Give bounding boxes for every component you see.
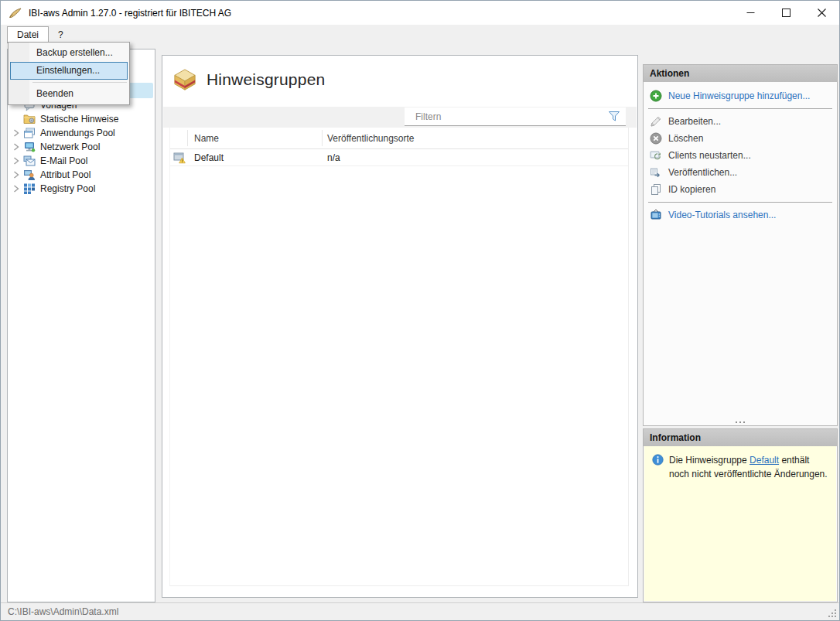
window-title: IBI-aws Admin 1.27.0 - registriert für I… [29, 8, 231, 19]
main-panel: Hinweisgruppen Name Veröffentlichungsort… [162, 55, 638, 598]
hinweisgruppen-cube-icon [173, 68, 196, 91]
file-menu-popup: Backup erstellen... Einstellungen... Bee… [8, 42, 130, 105]
information-panel: Information Die Hinweisgruppe Default en… [643, 428, 838, 602]
sidebar-item-label: Registry Pool [40, 183, 95, 194]
separator [648, 202, 832, 203]
chevron-right-icon[interactable] [10, 142, 22, 152]
window-controls [732, 1, 839, 25]
app-icon [8, 7, 23, 19]
chevron-right-icon[interactable] [10, 183, 22, 194]
video-tutorials-icon [650, 209, 662, 221]
sidebar-item-anwendungs-pool[interactable]: Anwendungs Pool [9, 126, 153, 140]
copy-id-icon [650, 183, 662, 196]
email-pool-icon [23, 155, 36, 167]
menu-item-einstellungen[interactable]: Einstellungen... [10, 62, 128, 80]
action-label: ID kopieren [668, 184, 715, 195]
minimize-button[interactable] [732, 1, 768, 25]
edit-pencil-icon [650, 115, 662, 128]
sidebar-item-label: Netzwerk Pool [40, 142, 100, 152]
action-label: Bearbeiten... [668, 116, 721, 127]
info-icon [652, 454, 664, 466]
add-icon [650, 90, 662, 102]
chevron-right-icon[interactable] [10, 155, 22, 166]
sidebar-item-statische-hinweise[interactable]: Statische Hinweise [9, 112, 153, 126]
maximize-icon [782, 9, 790, 17]
filter-input[interactable] [405, 111, 608, 122]
column-header-veroeffentlichungsorte[interactable]: Veröffentlichungsorte [327, 133, 415, 144]
action-neue-hinweisgruppe[interactable]: Neue Hinweisgruppe hinzufügen... [644, 87, 837, 104]
action-id-kopieren[interactable]: ID kopieren [644, 181, 837, 198]
actions-panel-header: Aktionen [644, 65, 837, 82]
default-group-link[interactable]: Default [750, 455, 779, 466]
sidebar-item-label: Attribut Pool [40, 169, 90, 180]
action-label: Neue Hinweisgruppe hinzufügen... [668, 90, 810, 101]
sidebar-item-registry-pool[interactable]: Registry Pool [9, 182, 153, 196]
table-row-default[interactable]: Default n/a [170, 149, 628, 166]
column-divider [322, 130, 323, 146]
action-video-tutorials[interactable]: Video-Tutorials ansehen... [644, 206, 837, 223]
attribute-pool-icon [23, 169, 36, 181]
actions-panel: Aktionen Neue Hinweisgruppe hinzufügen..… [643, 64, 838, 426]
menu-item-backup-erstellen[interactable]: Backup erstellen... [9, 44, 129, 62]
action-label: Clients neustarten... [668, 150, 751, 161]
action-bearbeiten[interactable]: Bearbeiten... [644, 113, 837, 130]
restart-clients-icon [650, 149, 662, 162]
unpublished-warning-icon [173, 152, 186, 164]
sidebar-tree: Hinweisgruppen Vorlagen Statische Hinwei… [7, 49, 155, 602]
table-header: Name Veröffentlichungsorte [170, 128, 628, 149]
chevron-right-icon[interactable] [10, 169, 22, 180]
action-clients-neustarten[interactable]: Clients neustarten... [644, 147, 837, 164]
delete-icon [650, 132, 662, 145]
menu-help[interactable]: ? [50, 27, 71, 43]
sidebar-item-label: E-Mail Pool [40, 155, 87, 166]
application-pool-icon [23, 127, 36, 139]
close-icon [818, 9, 826, 17]
cell-veroeffentlichungsorte: n/a [327, 152, 340, 163]
filter-bar [163, 107, 637, 128]
menu-item-beenden[interactable]: Beenden [9, 85, 129, 103]
minimize-icon [746, 9, 755, 17]
action-label: Veröffentlichen... [668, 167, 737, 178]
action-veroeffentlichen[interactable]: Veröffentlichen... [644, 164, 837, 181]
cell-name: Default [194, 152, 224, 163]
sidebar-item-label: Statische Hinweise [40, 114, 118, 125]
registry-pool-icon [23, 183, 36, 195]
column-header-name[interactable]: Name [194, 133, 219, 144]
resize-grip-icon[interactable] [828, 609, 837, 618]
statusbar-path: C:\IBI-aws\Admin\Data.xml [8, 606, 118, 617]
sidebar-item-attribut-pool[interactable]: Attribut Pool [9, 168, 153, 182]
actions-list: Neue Hinweisgruppe hinzufügen... Bearbei… [644, 82, 837, 223]
sidebar-item-email-pool[interactable]: E-Mail Pool [9, 154, 153, 168]
statusbar: C:\IBI-aws\Admin\Data.xml [1, 602, 839, 620]
filter-funnel-icon[interactable] [608, 111, 620, 122]
maximize-button[interactable] [768, 1, 804, 25]
static-notices-folder-icon [23, 113, 36, 125]
action-loeschen[interactable]: Löschen [644, 130, 837, 147]
sidebar-item-netzwerk-pool[interactable]: Netzwerk Pool [9, 140, 153, 154]
network-pool-icon [23, 141, 36, 153]
info-text-before: Die Hinweisgruppe [669, 455, 750, 466]
hinweisgruppen-table: Name Veröffentlichungsorte Default n/a [169, 128, 629, 586]
menu-separator [32, 82, 127, 83]
menu-datei[interactable]: Datei [7, 26, 49, 43]
app-window: IBI-aws Admin 1.27.0 - registriert für I… [0, 0, 840, 621]
spacer [10, 114, 22, 125]
sidebar-item-label: Anwendungs Pool [40, 128, 115, 138]
publish-icon [650, 166, 662, 179]
action-label: Löschen [668, 133, 703, 144]
separator [648, 108, 832, 109]
main-header: Hinweisgruppen [162, 56, 637, 91]
information-panel-header: Information [644, 429, 837, 446]
chevron-right-icon[interactable] [10, 128, 22, 138]
close-button[interactable] [804, 1, 839, 25]
page-title: Hinweisgruppen [207, 70, 325, 89]
information-body: Die Hinweisgruppe Default enthält noch n… [644, 446, 836, 601]
column-divider [187, 130, 188, 146]
action-label: Video-Tutorials ansehen... [668, 210, 776, 220]
info-text: Die Hinweisgruppe Default enthält noch n… [669, 453, 828, 594]
titlebar: IBI-aws Admin 1.27.0 - registriert für I… [1, 1, 839, 25]
filter-input-wrap [405, 107, 626, 126]
panel-splitter-grip[interactable] [736, 421, 745, 423]
